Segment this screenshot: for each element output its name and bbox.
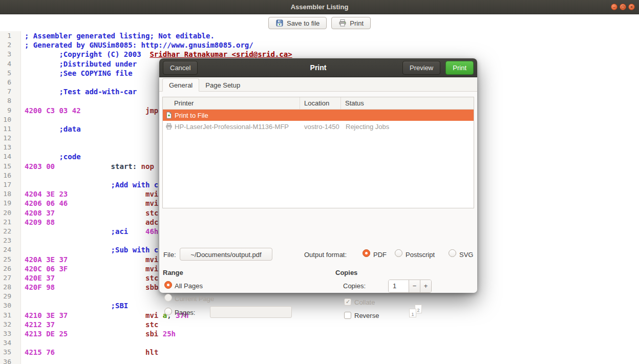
range-section-title: Range [163, 269, 183, 276]
print-dialog-body: Printer Location Status Print to File [159, 92, 477, 293]
save-icon [275, 19, 284, 27]
window-title: Assembler Listing [0, 0, 639, 14]
radio-postscript-label[interactable]: Postscript [406, 251, 435, 259]
reverse-checkbox[interactable] [344, 312, 351, 319]
print-confirm-button[interactable]: Print [445, 61, 474, 75]
printer-icon [338, 19, 347, 27]
print-dialog: Print Cancel Preview Print General Page … [159, 58, 477, 293]
copies-decrement-button[interactable]: − [409, 280, 420, 292]
tab-page-setup[interactable]: Page Setup [199, 79, 246, 91]
save-to-file-button[interactable]: Save to file [268, 17, 327, 29]
file-label: File: [163, 251, 176, 259]
radio-all-pages-label[interactable]: All Pages [175, 282, 203, 290]
radio-pdf[interactable] [363, 249, 370, 257]
print-to-file-icon [165, 112, 173, 119]
reverse-label[interactable]: Reverse [354, 312, 379, 319]
radio-svg[interactable] [449, 249, 456, 257]
listing-line: 29 [0, 292, 639, 301]
column-printer[interactable]: Printer [163, 97, 300, 109]
printer-row-print-to-file[interactable]: Print to File [163, 110, 474, 121]
radio-all-pages[interactable] [164, 281, 172, 289]
copies-section-title: Copies [335, 269, 357, 276]
cancel-button[interactable]: Cancel [163, 61, 198, 75]
collate-label: Collate [354, 298, 375, 306]
copies-value[interactable]: 1 [389, 280, 409, 292]
printer-list: Printer Location Status Print to File [162, 97, 474, 208]
print-toolbar-button[interactable]: Print [331, 17, 371, 29]
print-dialog-headerbar: Print Cancel Preview Print [159, 58, 477, 77]
column-status[interactable]: Status [341, 97, 474, 109]
copies-label: Copies: [343, 282, 366, 290]
column-location[interactable]: Location [300, 97, 341, 109]
radio-pages-label[interactable]: Pages: [175, 309, 195, 316]
listing-line: 324212 37 stc [0, 320, 639, 329]
window-controls: – ▢ ✕ [611, 4, 635, 10]
radio-svg-label[interactable]: SVG [459, 251, 473, 259]
radio-current-page [164, 294, 172, 302]
listing-line: 334213 DE 25 sbi 25h [0, 329, 639, 338]
printer-location: vostro-1450 [300, 123, 341, 131]
pages-range-input[interactable] [210, 306, 292, 318]
printer-status: Rejecting Jobs [341, 123, 474, 131]
output-format-label: Output format: [304, 251, 347, 259]
collate-preview-page-1: 1 [409, 309, 416, 317]
maximize-button[interactable]: ▢ [620, 4, 626, 10]
listing-line: 314210 3E 37 mvi a, 37h [0, 311, 639, 320]
tab-general[interactable]: General [162, 78, 199, 92]
radio-postscript[interactable] [395, 249, 402, 257]
listing-line: 354215 76 hlt [0, 348, 639, 357]
window-titlebar: Assembler Listing – ▢ ✕ [0, 0, 639, 14]
radio-pages[interactable] [164, 308, 172, 315]
preview-button[interactable]: Preview [402, 61, 440, 75]
print-dialog-tabs: General Page Setup [159, 77, 477, 92]
printer-name: HP-LaserJet-Professional-M1136-MFP [175, 123, 289, 131]
printer-row-hp-laserjet[interactable]: HP-LaserJet-Professional-M1136-MFP vostr… [163, 121, 474, 132]
save-to-file-label: Save to file [287, 19, 320, 27]
listing-line: 30 ;SBI [0, 301, 639, 310]
listing-line: 36 [0, 357, 639, 364]
print-toolbar-label: Print [350, 19, 364, 27]
copies-spinner: 1 − + [388, 280, 432, 293]
listing-line: 1; Assembler generated listing; Not edit… [0, 31, 639, 40]
minimize-button[interactable]: – [611, 4, 617, 10]
output-file-button[interactable]: ~/Documents/output.pdf [180, 248, 272, 261]
printer-name: Print to File [175, 112, 208, 119]
copies-increment-button[interactable]: + [420, 280, 431, 292]
listing-line: 34 [0, 338, 639, 348]
collate-checkbox [344, 298, 351, 306]
listing-line: 3 ;Copyright (C) 2003 Sridhar Ratnakumar… [0, 50, 639, 59]
close-button[interactable]: ✕ [628, 4, 635, 10]
radio-current-page-label: Current Page [175, 295, 214, 303]
printer-icon [165, 123, 173, 130]
printer-list-header: Printer Location Status [163, 97, 474, 110]
toolbar: Save to file Print [0, 17, 639, 29]
listing-line: 2; Generated by GNUSim8085: http://www.g… [0, 40, 639, 50]
radio-pdf-label[interactable]: PDF [373, 251, 387, 259]
